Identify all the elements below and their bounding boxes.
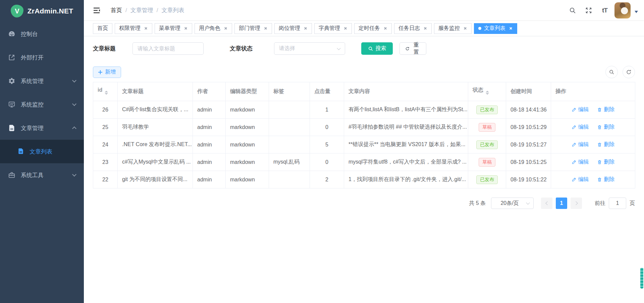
fullscreen-icon[interactable]: [582, 4, 595, 17]
close-icon[interactable]: [183, 26, 188, 31]
cell-editor: markdown: [226, 119, 269, 136]
header-search-icon[interactable]: [566, 4, 579, 17]
cell-title: 羽毛球教学: [118, 119, 193, 136]
scrollbar-thumb[interactable]: [640, 268, 643, 289]
font-size-icon[interactable]: [598, 4, 611, 17]
sidebar-item-system-manage[interactable]: 系统管理: [0, 69, 84, 93]
article-status-select[interactable]: 请选择: [274, 42, 345, 55]
app-logo[interactable]: ZrAdmin.NET: [0, 0, 84, 22]
navbar-tools: [566, 2, 644, 18]
user-menu-caret-icon[interactable]: [635, 11, 638, 15]
tab-article-list-active[interactable]: 文章列表: [474, 23, 517, 34]
delete-button[interactable]: 删除: [597, 141, 614, 148]
tab-home[interactable]: 首页: [93, 23, 112, 34]
cell-id: 22: [93, 171, 118, 188]
tab-dict-manage[interactable]: 字典管理: [314, 23, 352, 34]
breadcrumb-home[interactable]: 首页: [111, 6, 122, 14]
tab-dept-manage[interactable]: 部门管理: [234, 23, 272, 34]
status-badge: 已发布: [476, 175, 498, 184]
close-icon[interactable]: [223, 26, 228, 31]
cell-tag: [269, 171, 310, 188]
select-placeholder: 请选择: [279, 45, 295, 52]
status-badge: 已发布: [476, 140, 498, 149]
chevron-down-icon: [337, 46, 340, 50]
sidebar-item-system-monitor[interactable]: 系统监控: [0, 93, 84, 116]
col-header-status[interactable]: 状态: [468, 82, 506, 101]
cell-title: C#两个list集合实现关联，...: [118, 101, 193, 119]
sort-icon[interactable]: [486, 89, 489, 96]
page-size-select[interactable]: 20条/页: [491, 198, 534, 209]
tab-service-monitor[interactable]: 服务监控: [434, 23, 472, 34]
col-header-editor: 编辑器类型: [226, 82, 269, 101]
user-avatar[interactable]: [614, 2, 631, 18]
cell-author: admin: [193, 171, 226, 188]
next-page-button[interactable]: [571, 198, 582, 209]
article-title-input[interactable]: [132, 42, 204, 55]
cell-author: admin: [193, 154, 226, 171]
sidebar-item-article-manage[interactable]: 文章管理: [0, 116, 84, 140]
breadcrumb: 首页 / 文章管理 / 文章列表: [111, 6, 184, 14]
dashboard-icon: [8, 30, 15, 38]
delete-button[interactable]: 删除: [597, 176, 614, 183]
cell-content: 有两个list,listA 和listB，listA中有三个属性列为St...: [344, 101, 468, 119]
sidebar-item-system-tools[interactable]: 系统工具: [0, 163, 84, 187]
edit-icon: [572, 142, 577, 147]
close-icon[interactable]: [343, 26, 347, 31]
table-header-row: id 文章标题 作者 编辑器类型 标签 点击量 文章内容 状态 创建时间 操作: [93, 82, 635, 101]
search-button[interactable]: 搜索: [361, 42, 393, 55]
add-button[interactable]: 新增: [93, 67, 121, 78]
close-icon[interactable]: [263, 26, 268, 31]
chevron-down-icon: [526, 201, 530, 205]
sidebar-fold-icon[interactable]: [93, 6, 101, 14]
article-status-label: 文章状态: [230, 45, 253, 52]
cell-clicks: 1: [310, 101, 344, 119]
sidebar-item-label: 外部打开: [21, 54, 44, 61]
close-icon[interactable]: [383, 26, 387, 31]
sort-icon[interactable]: [105, 89, 108, 96]
edit-button[interactable]: 编辑: [572, 159, 589, 166]
sidebar-item-external[interactable]: 外部打开: [0, 46, 84, 69]
trash-icon: [597, 177, 602, 182]
sidebar-item-dashboard[interactable]: 控制台: [0, 22, 84, 46]
edit-button[interactable]: 编辑: [572, 141, 589, 148]
goto-page-input[interactable]: [609, 198, 626, 209]
close-icon[interactable]: [423, 26, 427, 31]
cell-id: 24: [93, 136, 118, 154]
reset-button[interactable]: 重置: [399, 42, 426, 55]
sidebar-menu: 控制台 外部打开 系统管理 系统监控: [0, 22, 84, 187]
delete-button[interactable]: 删除: [597, 106, 614, 113]
cell-clicks: 0: [310, 119, 344, 136]
breadcrumb-article-manage[interactable]: 文章管理: [130, 6, 153, 14]
cell-content: #羽毛球拍参数说明 ## 中管软硬选择以及长度介...: [344, 119, 468, 136]
tab-permission[interactable]: 权限管理: [115, 23, 152, 34]
page-number-1[interactable]: 1: [556, 198, 567, 209]
delete-button[interactable]: 删除: [597, 124, 614, 131]
close-icon[interactable]: [508, 26, 513, 31]
delete-button[interactable]: 删除: [597, 159, 614, 166]
close-icon[interactable]: [143, 26, 148, 31]
edit-button[interactable]: 编辑: [572, 124, 589, 131]
edit-button[interactable]: 编辑: [572, 106, 589, 113]
sidebar-item-label: 文章管理: [21, 124, 44, 132]
tab-menu-manage[interactable]: 菜单管理: [155, 23, 192, 34]
tab-task-log[interactable]: 任务日志: [394, 23, 432, 34]
breadcrumb-article-list: 文章列表: [161, 6, 184, 14]
search-icon: [368, 46, 373, 51]
chevron-right-icon: [574, 201, 578, 205]
cell-id: 26: [93, 101, 118, 119]
cell-content: mysql字符集utf8，c#写入中文后，全部显示成? ...: [344, 154, 468, 171]
close-icon[interactable]: [463, 26, 467, 31]
toggle-search-button[interactable]: [605, 66, 618, 78]
close-icon[interactable]: [303, 26, 308, 31]
col-header-id[interactable]: id: [93, 82, 118, 101]
table-row: 24 .NET Core 发布时提示.NET... admin markdown…: [93, 136, 635, 154]
edit-button[interactable]: 编辑: [572, 176, 589, 183]
tab-user-role[interactable]: 用户角色: [195, 23, 232, 34]
sidebar-item-article-list[interactable]: 文章列表: [0, 140, 84, 163]
breadcrumb-separator: /: [157, 7, 158, 14]
prev-page-button[interactable]: [541, 198, 552, 209]
refresh-table-button[interactable]: [623, 66, 635, 78]
tab-scheduled-task[interactable]: 定时任务: [354, 23, 392, 34]
tab-post-manage[interactable]: 岗位管理: [274, 23, 312, 34]
pagination: 共 5 条 20条/页 1 前往 页: [93, 198, 635, 209]
